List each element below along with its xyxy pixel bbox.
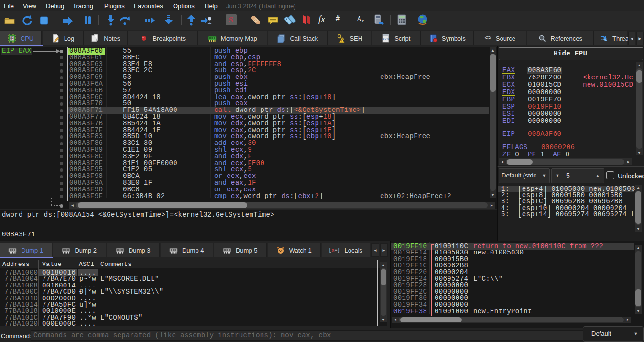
svg-text:!: ! (341, 39, 342, 43)
svg-text:</>: </> (382, 37, 390, 41)
svg-text:32: 32 (10, 37, 14, 40)
svg-text:S: S (229, 15, 233, 24)
